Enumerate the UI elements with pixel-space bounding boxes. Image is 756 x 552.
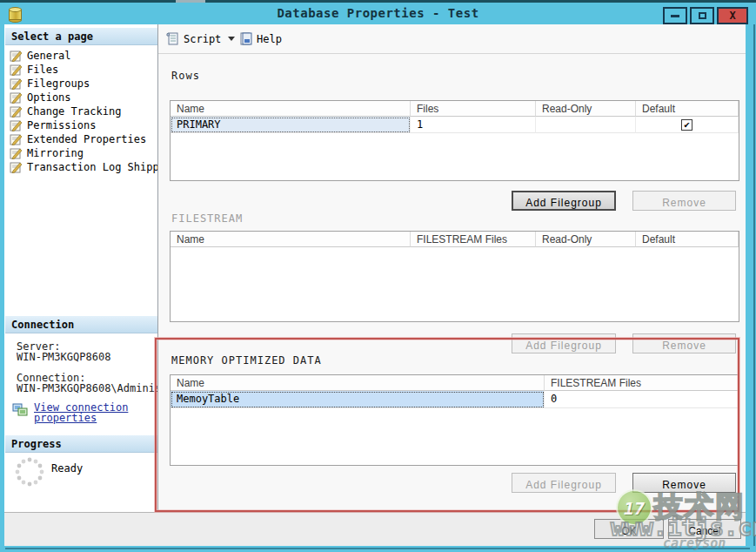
sidebar-item-label: Files — [27, 64, 58, 76]
column-header[interactable]: Name — [171, 232, 411, 247]
column-header[interactable]: FILESTREAM Files — [545, 375, 739, 391]
script-dropdown-icon[interactable] — [228, 37, 235, 41]
page-script-icon — [10, 78, 23, 90]
sidebar-item-label: Permissions — [27, 119, 96, 131]
column-header[interactable]: Files — [411, 101, 536, 117]
page-script-icon — [10, 50, 23, 62]
memory-optimized-table[interactable]: Name FILESTREAM Files MemoyTable 0 — [170, 374, 739, 466]
column-header[interactable]: Name — [171, 375, 545, 391]
view-connection-properties-link[interactable]: View connection properties — [34, 402, 149, 423]
sidebar-item-files[interactable]: Files — [10, 63, 156, 77]
minimize-icon — [671, 15, 679, 17]
minimize-button[interactable] — [663, 7, 687, 24]
close-icon: X — [729, 10, 735, 22]
page-script-icon — [10, 106, 23, 118]
select-a-page-header: Select a page — [5, 28, 157, 45]
maximize-button[interactable] — [690, 7, 714, 24]
sidebar-item-label: General — [27, 50, 71, 62]
progress-status: Ready — [51, 462, 83, 475]
table-cell-default[interactable]: ✔ — [636, 117, 739, 133]
script-label: Script — [184, 33, 221, 45]
sidebar-item-label: Extended Properties — [27, 133, 146, 145]
script-icon — [165, 31, 180, 46]
column-header[interactable]: FILESTREAM Files — [411, 232, 536, 247]
toolbar: Script Help — [158, 24, 746, 54]
sidebar-item-permissions[interactable]: Permissions — [10, 118, 156, 132]
filestream-add-filegroup-button[interactable]: Add Filegroup — [512, 333, 616, 353]
script-button[interactable]: Script — [165, 31, 235, 46]
help-button[interactable]: Help — [238, 31, 282, 46]
memory-remove-button[interactable]: Remove — [632, 473, 736, 493]
sidebar: Select a page General Files Filegroups O… — [4, 24, 158, 512]
help-label: Help — [257, 33, 282, 45]
ok-button[interactable]: OK — [594, 519, 664, 539]
rows-add-filegroup-button[interactable]: Add Filegroup — [512, 191, 616, 211]
cancel-button[interactable]: Cancel — [668, 519, 741, 539]
sidebar-item-options[interactable]: Options — [10, 91, 156, 104]
sidebar-item-label: Mirroring — [27, 147, 84, 159]
title-bar[interactable]: Database Properties - Test X — [0, 3, 756, 24]
connection-value: WIN-PM3KGQP8608\Administrat — [17, 382, 157, 394]
column-header[interactable]: Name — [171, 101, 411, 117]
table-cell-files[interactable]: 1 — [411, 117, 536, 133]
sidebar-item-label: Options — [27, 91, 71, 104]
table-cell-filestream-files[interactable]: 0 — [545, 391, 739, 408]
sidebar-item-change-tracking[interactable]: Change Tracking — [10, 104, 156, 118]
window-border-right-line — [753, 24, 755, 546]
sidebar-item-filegroups[interactable]: Filegroups — [10, 77, 156, 91]
window-border-bottom-line — [5, 548, 750, 549]
main-panel: Script Help Rows Name Files Read-Only De… — [158, 24, 746, 512]
rows-filegroups-table[interactable]: Name Files Read-Only Default PRIMARY 1 ✔ — [170, 100, 739, 181]
column-header[interactable]: Default — [636, 232, 739, 247]
window-title: Database Properties - Test — [0, 6, 756, 20]
footer-bar: OK Cancel — [4, 512, 746, 546]
memory-optimized-section-label: MEMORY OPTIMIZED DATA — [171, 354, 322, 367]
dialog-window: Database Properties - Test X Select a pa… — [0, 0, 756, 552]
progress-header: Progress — [5, 435, 157, 453]
sidebar-item-extended-properties[interactable]: Extended Properties — [10, 132, 156, 146]
page-script-icon — [10, 134, 23, 145]
page-script-icon — [10, 148, 23, 159]
filestream-section-label: FILESTREAM — [171, 212, 243, 225]
close-button[interactable]: X — [717, 7, 748, 24]
page-script-icon — [10, 92, 23, 104]
page-script-icon — [10, 120, 23, 131]
progress-spinner-icon — [14, 456, 45, 488]
table-cell-name[interactable]: MemoyTable — [171, 391, 545, 408]
sidebar-item-mirroring[interactable]: Mirroring — [10, 146, 156, 160]
connection-header: Connection — [5, 316, 157, 333]
page-script-icon — [10, 64, 23, 76]
column-header[interactable]: Default — [636, 101, 739, 117]
rows-remove-button[interactable]: Remove — [632, 191, 736, 211]
table-cell-readonly[interactable] — [536, 117, 636, 133]
sidebar-item-general[interactable]: General — [10, 49, 156, 63]
sidebar-item-label: Filegroups — [27, 77, 90, 90]
table-cell-name[interactable]: PRIMARY — [171, 117, 411, 133]
filestream-remove-button[interactable]: Remove — [632, 333, 736, 353]
sidebar-item-label: Change Tracking — [27, 105, 121, 118]
help-icon — [238, 31, 253, 46]
sidebar-item-transaction-log-shipping[interactable]: Transaction Log Shipping — [10, 160, 156, 174]
sidebar-item-label: Transaction Log Shipping — [27, 161, 158, 173]
memory-add-filegroup-button[interactable]: Add Filegroup — [512, 473, 616, 493]
server-value: WIN-PM3KGQP8608 — [17, 351, 157, 363]
default-checkbox-checked[interactable]: ✔ — [681, 119, 692, 131]
filestream-table[interactable]: Name FILESTREAM Files Read-Only Default — [170, 231, 739, 322]
page-script-icon — [10, 162, 23, 173]
column-header[interactable]: Read-Only — [536, 101, 636, 117]
maximize-icon — [699, 12, 706, 19]
column-header[interactable]: Read-Only — [536, 232, 636, 247]
connection-properties-icon — [12, 403, 29, 417]
rows-section-label: Rows — [171, 70, 200, 82]
